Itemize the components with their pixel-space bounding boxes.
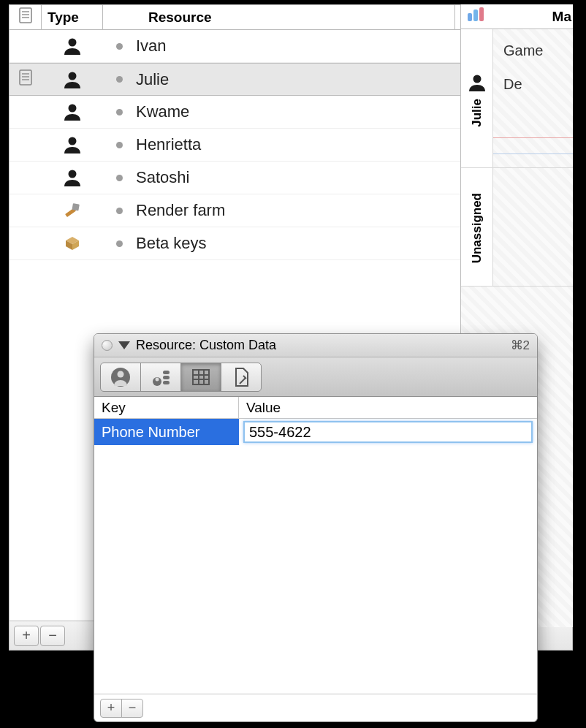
svg-rect-23 xyxy=(163,371,170,374)
inspector-toolbar xyxy=(94,357,537,397)
row-type xyxy=(42,69,103,90)
resource-name: Satoshi xyxy=(136,168,189,187)
bullet-icon xyxy=(116,76,123,83)
close-icon[interactable] xyxy=(102,340,113,351)
bullet-icon xyxy=(116,240,123,247)
add-custom-data-button[interactable]: + xyxy=(100,699,122,718)
svg-point-18 xyxy=(473,75,481,83)
row-type xyxy=(42,134,103,155)
sidebar-row-chart xyxy=(493,168,573,286)
tool-icon xyxy=(62,200,83,221)
svg-point-9 xyxy=(69,72,77,80)
person-icon xyxy=(62,102,83,122)
resource-name: Render farm xyxy=(136,201,225,220)
row-type xyxy=(42,233,103,254)
person-icon xyxy=(62,69,83,90)
row-resource: Beta keys xyxy=(103,234,455,253)
inspector-column-value[interactable]: Value xyxy=(239,400,537,416)
tab-attachments[interactable] xyxy=(221,363,262,392)
resource-name: Henrietta xyxy=(136,135,201,154)
column-marker[interactable] xyxy=(9,5,42,29)
resource-name: Ivan xyxy=(136,37,167,56)
row-resource: Julie xyxy=(103,70,455,89)
row-type xyxy=(42,102,103,122)
timeline-divider xyxy=(493,153,573,154)
custom-data-row[interactable]: Phone Number xyxy=(94,419,537,445)
remove-custom-data-button[interactable]: − xyxy=(121,699,143,718)
box-icon xyxy=(62,233,83,254)
row-type xyxy=(42,167,103,188)
sidebar-header-label: Ma xyxy=(552,9,573,25)
sidebar-row-label: Julie xyxy=(461,29,493,167)
svg-rect-26 xyxy=(193,370,209,384)
svg-point-11 xyxy=(69,137,77,145)
inspector-panel: Resource: Custom Data ⌘2 Key Value Phone… xyxy=(94,333,538,722)
note-icon xyxy=(18,7,33,27)
inspector-column-key[interactable]: Key xyxy=(94,397,239,418)
custom-data-key[interactable]: Phone Number xyxy=(94,419,239,445)
row-resource: Henrietta xyxy=(103,135,455,154)
bullet-icon xyxy=(116,208,123,214)
svg-rect-24 xyxy=(163,376,170,379)
row-resource: Ivan xyxy=(103,37,455,56)
inspector-empty-area xyxy=(94,445,537,694)
svg-point-10 xyxy=(69,105,77,113)
person-icon xyxy=(467,72,487,93)
svg-rect-25 xyxy=(163,381,170,384)
row-resource: Satoshi xyxy=(103,168,455,187)
sidebar-row-label-text: Unassigned xyxy=(470,193,484,263)
disclosure-triangle-icon[interactable] xyxy=(118,341,130,349)
sidebar-header: Ma xyxy=(461,4,573,29)
timeline-entry: De xyxy=(503,76,522,93)
person-icon xyxy=(62,36,83,56)
inspector-columns: Key Value xyxy=(94,397,537,419)
remove-resource-button[interactable]: − xyxy=(40,626,65,646)
resource-name: Kwame xyxy=(136,102,189,121)
svg-point-22 xyxy=(156,377,159,381)
bullet-icon xyxy=(116,175,123,181)
column-type[interactable]: Type xyxy=(42,5,103,29)
svg-rect-14 xyxy=(72,203,79,211)
svg-rect-5 xyxy=(20,70,31,85)
add-resource-button[interactable]: + xyxy=(14,626,39,646)
svg-rect-15 xyxy=(468,13,472,21)
row-type xyxy=(42,36,103,56)
tab-custom-data[interactable] xyxy=(180,363,221,392)
row-marker xyxy=(9,69,42,90)
inspector-bottom-bar: + − xyxy=(94,694,537,721)
timeline-divider xyxy=(493,137,573,138)
sidebar-row-label: Unassigned xyxy=(461,168,493,286)
sidebar-row-julie[interactable]: Julie Game De xyxy=(461,29,573,168)
custom-data-value-input[interactable] xyxy=(243,421,533,443)
row-resource: Render farm xyxy=(103,201,455,220)
person-icon xyxy=(62,167,83,188)
person-icon xyxy=(62,134,83,155)
sidebar-row-label-text: Julie xyxy=(470,99,484,127)
svg-rect-17 xyxy=(479,7,484,21)
inspector-shortcut: ⌘2 xyxy=(511,338,530,353)
row-type xyxy=(42,200,103,221)
svg-point-12 xyxy=(69,170,77,178)
sidebar-row-unassigned[interactable]: Unassigned xyxy=(461,168,573,287)
column-resource[interactable]: Resource xyxy=(103,5,455,29)
note-icon xyxy=(18,69,33,90)
bullet-icon xyxy=(116,43,123,50)
row-resource: Kwame xyxy=(103,102,455,121)
svg-point-20 xyxy=(118,371,124,377)
bullet-icon xyxy=(116,142,123,148)
sidebar-row-chart: Game De xyxy=(493,29,573,167)
bullet-icon xyxy=(116,109,123,115)
tab-assignments[interactable] xyxy=(140,363,181,392)
svg-rect-16 xyxy=(473,10,478,21)
resource-name: Beta keys xyxy=(136,234,207,253)
timeline-entry: Game xyxy=(503,42,543,59)
svg-rect-0 xyxy=(20,8,31,23)
tab-resource-info[interactable] xyxy=(100,363,141,392)
inspector-titlebar[interactable]: Resource: Custom Data ⌘2 xyxy=(94,334,537,357)
bars-icon xyxy=(467,7,484,26)
resource-name: Julie xyxy=(136,70,169,89)
inspector-title: Resource: Custom Data xyxy=(136,338,276,353)
svg-point-4 xyxy=(69,39,77,47)
